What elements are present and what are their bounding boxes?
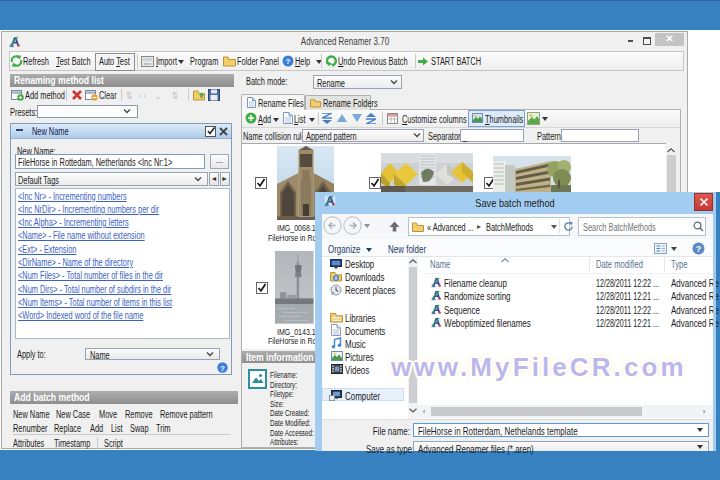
svg-text:?: ?: [286, 57, 291, 66]
svg-text:?: ?: [696, 244, 702, 254]
svg-text:?: ?: [220, 364, 225, 373]
